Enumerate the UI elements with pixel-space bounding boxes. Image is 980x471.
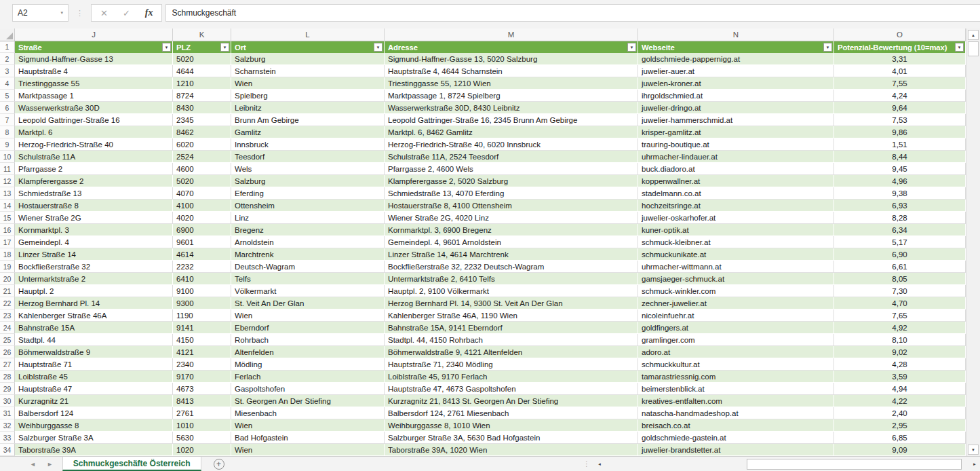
cell-strasse[interactable]: Wasserwerkstraße 30D	[15, 102, 173, 114]
cell-potenzial[interactable]: 7,55	[834, 77, 966, 90]
filter-dropdown-icon[interactable]: ▼	[955, 43, 964, 52]
scroll-down-icon[interactable]: ▼	[968, 445, 979, 455]
cell-ort[interactable]: Spielberg	[231, 90, 385, 102]
sheet-nav-right-icon[interactable]: ►	[47, 461, 53, 468]
row-number[interactable]: 20	[0, 273, 15, 285]
cell-ort[interactable]: Gaspoltshofen	[231, 383, 385, 395]
cell-plz[interactable]: 4020	[173, 212, 231, 224]
scrollbar-drag-dots-icon[interactable]: ⋮	[583, 460, 590, 468]
cell-potenzial[interactable]: 9,64	[834, 102, 966, 114]
filter-dropdown-icon[interactable]: ▼	[374, 43, 383, 52]
cell-ort[interactable]: Altenfelden	[231, 346, 385, 358]
header-cell-webseite[interactable]: Webseite ▼	[638, 41, 834, 53]
cell-webseite[interactable]: hochzeitsringe.at	[638, 200, 834, 212]
column-header-n[interactable]: N	[638, 29, 834, 41]
row-number[interactable]: 29	[0, 383, 15, 395]
cell-strasse[interactable]: Leopold Gattringer-Straße 16	[15, 114, 173, 126]
cell-ort[interactable]: Teesdorf	[231, 151, 385, 163]
cell-ort[interactable]: Mödling	[231, 358, 385, 371]
cell-plz[interactable]: 4673	[173, 383, 231, 395]
row-number[interactable]: 3	[0, 65, 15, 77]
cell-strasse[interactable]: Hauptstraße 47	[15, 383, 173, 395]
cell-strasse[interactable]: Wiener Straße 2G	[15, 212, 173, 224]
cell-plz[interactable]: 8462	[173, 126, 231, 138]
cell-plz[interactable]: 5630	[173, 432, 231, 444]
cell-adresse[interactable]: Sigmund-Haffner-Gasse 13, 5020 Salzburg	[385, 53, 638, 65]
cell-ort[interactable]: Bregenz	[231, 224, 385, 236]
cell-ort[interactable]: Deutsch-Wagram	[231, 261, 385, 273]
cell-adresse[interactable]: Stadtpl. 44, 4150 Rohrbach	[385, 334, 638, 346]
cell-adresse[interactable]: Herzog Bernhard Pl. 14, 9300 St. Veit An…	[385, 297, 638, 309]
scroll-up-icon[interactable]: ▲	[968, 30, 979, 40]
cell-plz[interactable]: 1210	[173, 77, 231, 90]
cell-adresse[interactable]: Hostauerstraße 8, 4100 Ottensheim	[385, 200, 638, 212]
cell-webseite[interactable]: schmuckunikate.at	[638, 248, 834, 261]
filter-dropdown-icon[interactable]: ▼	[627, 43, 636, 52]
cell-webseite[interactable]: juwelier-brandstetter.at	[638, 444, 834, 456]
cell-plz[interactable]: 2524	[173, 151, 231, 163]
cell-plz[interactable]: 4070	[173, 187, 231, 200]
header-cell-ort[interactable]: Ort ▼	[231, 41, 385, 53]
cell-potenzial[interactable]: 8,28	[834, 212, 966, 224]
cancel-icon[interactable]: ✕	[100, 8, 108, 18]
confirm-icon[interactable]: ✓	[123, 8, 130, 18]
cell-adresse[interactable]: Kurzragnitz 21, 8413 St. Georgen An Der …	[385, 395, 638, 407]
cell-plz[interactable]: 5020	[173, 175, 231, 187]
horizontal-scrollbar[interactable]: ⋮ ◄ ►	[583, 457, 980, 471]
name-box-dropdown-icon[interactable]: ▾	[60, 10, 63, 16]
row-number[interactable]: 11	[0, 163, 15, 175]
cell-ort[interactable]: Wien	[231, 77, 385, 90]
cell-plz[interactable]: 2340	[173, 358, 231, 371]
cell-potenzial[interactable]: 4,70	[834, 297, 966, 309]
cell-webseite[interactable]: ihrgoldschmied.at	[638, 90, 834, 102]
row-number[interactable]: 22	[0, 297, 15, 309]
cell-strasse[interactable]: Taborstraße 39A	[15, 444, 173, 456]
cell-webseite[interactable]: juwelier-oskarhofer.at	[638, 212, 834, 224]
cell-adresse[interactable]: Marktpassage 1, 8724 Spielberg	[385, 90, 638, 102]
cell-ort[interactable]: Ottensheim	[231, 200, 385, 212]
cell-adresse[interactable]: Klampferergasse 2, 5020 Salzburg	[385, 175, 638, 187]
cell-potenzial[interactable]: 4,28	[834, 358, 966, 371]
cell-adresse[interactable]: Hauptstraße 4, 4644 Scharnstein	[385, 65, 638, 77]
header-cell-potenzial[interactable]: Potenzial-Bewertung (10=max) ▼	[834, 41, 966, 53]
cell-ort[interactable]: Eferding	[231, 187, 385, 200]
cell-plz[interactable]: 8724	[173, 90, 231, 102]
cell-strasse[interactable]: Bockfließerstraße 32	[15, 261, 173, 273]
cell-plz[interactable]: 9300	[173, 297, 231, 309]
cell-strasse[interactable]: Schmiedstraße 13	[15, 187, 173, 200]
cell-potenzial[interactable]: 9,45	[834, 163, 966, 175]
cell-plz[interactable]: 9141	[173, 322, 231, 334]
cell-ort[interactable]: Salzburg	[231, 53, 385, 65]
cell-strasse[interactable]: Untermarktstraße 2	[15, 273, 173, 285]
cell-webseite[interactable]: beimerstenblick.at	[638, 383, 834, 395]
cell-adresse[interactable]: Untermarktstraße 2, 6410 Telfs	[385, 273, 638, 285]
cell-webseite[interactable]: uhrmacher-lindauer.at	[638, 151, 834, 163]
cell-ort[interactable]: Wien	[231, 419, 385, 432]
cell-adresse[interactable]: Salzburger Straße 3A, 5630 Bad Hofgastei…	[385, 432, 638, 444]
cell-plz[interactable]: 2345	[173, 114, 231, 126]
cell-potenzial[interactable]: 8,44	[834, 151, 966, 163]
row-number[interactable]: 19	[0, 261, 15, 273]
cell-potenzial[interactable]: 4,22	[834, 395, 966, 407]
cell-adresse[interactable]: Wiener Straße 2G, 4020 Linz	[385, 212, 638, 224]
cell-plz[interactable]: 4600	[173, 163, 231, 175]
row-number[interactable]: 27	[0, 358, 15, 371]
cell-ort[interactable]: Miesenbach	[231, 407, 385, 419]
cell-webseite[interactable]: schmuck-winkler.com	[638, 285, 834, 297]
cell-ort[interactable]: Völkermarkt	[231, 285, 385, 297]
filter-dropdown-icon[interactable]: ▼	[823, 43, 832, 52]
cell-plz[interactable]: 5020	[173, 53, 231, 65]
cell-strasse[interactable]: Sigmund-Haffner-Gasse 13	[15, 53, 173, 65]
cell-adresse[interactable]: Bockfließerstraße 32, 2232 Deutsch-Wagra…	[385, 261, 638, 273]
row-number[interactable]: 9	[0, 138, 15, 151]
row-number[interactable]: 23	[0, 309, 15, 322]
cell-webseite[interactable]: goldfingers.at	[638, 322, 834, 334]
cell-strasse[interactable]: Weihburggasse 8	[15, 419, 173, 432]
cell-adresse[interactable]: Linzer Straße 14, 4614 Marchtrenk	[385, 248, 638, 261]
cell-plz[interactable]: 1190	[173, 309, 231, 322]
cell-strasse[interactable]: Kahlenberger Straße 46A	[15, 309, 173, 322]
cell-strasse[interactable]: Loiblstraße 45	[15, 371, 173, 383]
cell-strasse[interactable]: Pfarrgasse 2	[15, 163, 173, 175]
cell-adresse[interactable]: Gemeindepl. 4, 9601 Arnoldstein	[385, 236, 638, 248]
row-number[interactable]: 34	[0, 444, 15, 456]
